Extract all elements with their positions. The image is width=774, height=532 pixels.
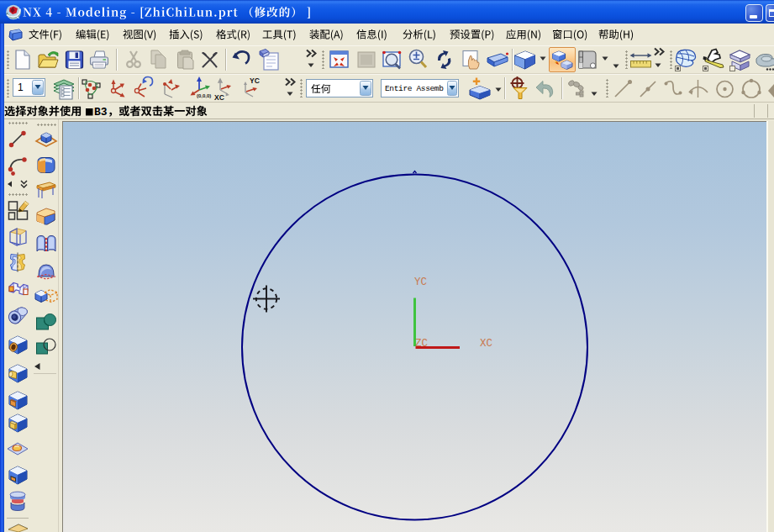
svg-text:XC: XC — [214, 93, 224, 102]
svg-text:ZC: ZC — [415, 338, 428, 350]
svg-text:YC: YC — [250, 76, 260, 85]
svg-text:XC: XC — [480, 338, 492, 350]
svg-text:(0,0,0): (0,0,0) — [197, 93, 211, 98]
svg-text:YC: YC — [414, 277, 427, 288]
svg-text:B3: B3 — [94, 106, 108, 119]
